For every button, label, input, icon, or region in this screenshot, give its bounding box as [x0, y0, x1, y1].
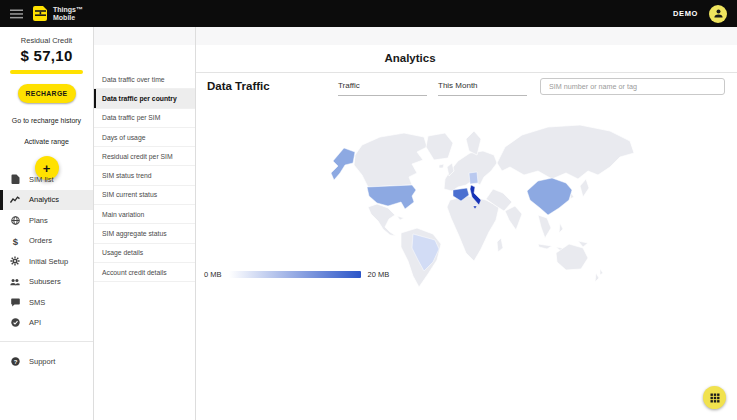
map-region-new-zealand: [595, 269, 603, 282]
submenu-top-strip: [94, 27, 195, 45]
analytics-submenu: Data traffic over time Data traffic per …: [94, 27, 196, 420]
sidebar-item-label: Support: [29, 357, 55, 366]
sidebar-item-label: SMS: [29, 298, 45, 307]
sidebar-divider: [0, 341, 93, 342]
sidebar-item-sms[interactable]: SMS: [0, 292, 93, 313]
svg-text:?: ?: [13, 358, 17, 364]
activate-range-link[interactable]: Activate range: [0, 138, 93, 145]
map-country-germany[interactable]: [469, 172, 478, 184]
user-avatar[interactable]: [709, 5, 727, 23]
map-region-madagascar: [497, 238, 503, 252]
topbar: Things™ Mobile DEMO: [0, 0, 737, 27]
map-legend: 0 MB 20 MB: [204, 270, 389, 279]
main-content: Analytics Data Traffic Traffic This Mont…: [196, 27, 737, 420]
map-region-mexico-central-america: [368, 204, 396, 236]
message-icon: [10, 298, 20, 307]
traffic-type-select[interactable]: Traffic: [338, 81, 427, 96]
legend-max-label: 20 MB: [368, 270, 390, 279]
section-title: Data Traffic: [207, 80, 270, 92]
sidebar-menu: SIM list Analytics Plans: [0, 169, 93, 333]
account-name-label: DEMO: [673, 9, 698, 18]
sidebar-item-label: SIM list: [29, 175, 54, 184]
sidebar-item-label: Analytics: [29, 195, 59, 204]
people-icon: [10, 278, 20, 286]
sim-search-box: [540, 78, 725, 95]
grid-icon: [710, 393, 720, 403]
map-country-china[interactable]: [527, 178, 572, 215]
sidebar-item-support[interactable]: ? Support: [0, 351, 93, 372]
sim-search-input[interactable]: [541, 79, 724, 94]
sidebar-item-subusers[interactable]: Subusers: [0, 272, 93, 293]
map-country-alaska[interactable]: [331, 148, 355, 180]
legend-gradient: [229, 271, 361, 278]
submenu-item-sim-aggregate-status[interactable]: SIM aggregate status: [94, 224, 195, 243]
submenu-item-data-traffic-per-country[interactable]: Data traffic per country: [94, 89, 195, 108]
submenu-item-main-variation[interactable]: Main variation: [94, 205, 195, 224]
recharge-history-link[interactable]: Go to recharge history: [0, 117, 93, 124]
map-region-iceland: [439, 164, 444, 168]
brand-logo-icon: [32, 5, 49, 22]
sidebar-item-label: API: [29, 318, 41, 327]
main-top-strip: [196, 27, 737, 45]
map-region-southeast-asia: [538, 215, 551, 238]
residual-credit-label: Residual Credit: [0, 36, 93, 45]
sidebar-item-api[interactable]: API: [0, 313, 93, 334]
map-region-japan: [580, 179, 589, 197]
apps-button[interactable]: [703, 386, 726, 409]
submenu-item-account-credit-details[interactable]: Account credit details: [94, 263, 195, 282]
sidebar-item-label: Initial Setup: [29, 257, 68, 266]
submenu-item-days-of-usage[interactable]: Days of usage: [94, 128, 195, 147]
sidebar-item-label: Plans: [29, 216, 48, 225]
sidebar-item-analytics[interactable]: Analytics: [0, 190, 93, 211]
title-divider: [196, 72, 737, 73]
sim-card-icon: [10, 174, 20, 184]
brand-name: Things™ Mobile: [53, 6, 83, 21]
map-region-philippines: [559, 223, 563, 233]
recharge-button[interactable]: RECHARGE: [18, 84, 76, 103]
period-select[interactable]: This Month: [438, 81, 527, 96]
sidebar-item-orders[interactable]: $ Orders: [0, 231, 93, 252]
svg-text:$: $: [12, 236, 18, 246]
submenu-item-data-traffic-per-sim[interactable]: Data traffic per SIM: [94, 109, 195, 128]
sidebar-item-label: Subusers: [29, 277, 61, 286]
map-base-land: [354, 125, 634, 287]
question-circle-icon: ?: [10, 357, 20, 366]
credit-progress-bar: [10, 70, 83, 74]
line-chart-icon: [10, 196, 20, 204]
brand-logo[interactable]: Things™ Mobile: [32, 5, 83, 22]
sidebar-item-initial-setup[interactable]: Initial Setup: [0, 251, 93, 272]
legend-min-label: 0 MB: [204, 270, 222, 279]
submenu-item-data-traffic-over-time[interactable]: Data traffic over time: [94, 70, 195, 89]
map-region-canada: [354, 133, 427, 187]
submenu-item-residual-credit-per-sim[interactable]: Residual credit per SIM: [94, 147, 195, 166]
sidebar-item-label: Orders: [29, 236, 52, 245]
sidebar-item-plans[interactable]: Plans: [0, 210, 93, 231]
globe-icon: [10, 216, 20, 225]
map-region-papua: [578, 241, 588, 247]
submenu-item-usage-details[interactable]: Usage details: [94, 244, 195, 263]
map-region-russia-north-asia: [497, 125, 634, 179]
page-title: Analytics: [384, 52, 435, 64]
map-region-greenland: [426, 133, 453, 160]
map-region-caribbean: [397, 216, 404, 220]
sidebar-item-sim-list[interactable]: SIM list: [0, 169, 93, 190]
submenu-item-sim-current-status[interactable]: SIM current status: [94, 186, 195, 205]
dollar-icon: $: [10, 236, 20, 246]
residual-credit-value: $ 57,10: [0, 47, 93, 64]
person-icon: [713, 8, 724, 19]
world-map: [300, 103, 716, 291]
menu-icon[interactable]: [10, 9, 23, 19]
sidebar: Residual Credit $ 57,10 RECHARGE Go to r…: [0, 27, 94, 420]
gear-icon: [10, 256, 20, 266]
submenu-item-sim-status-trend[interactable]: SIM status trend: [94, 166, 195, 185]
map-region-india: [505, 206, 522, 230]
verified-icon: [10, 318, 20, 327]
